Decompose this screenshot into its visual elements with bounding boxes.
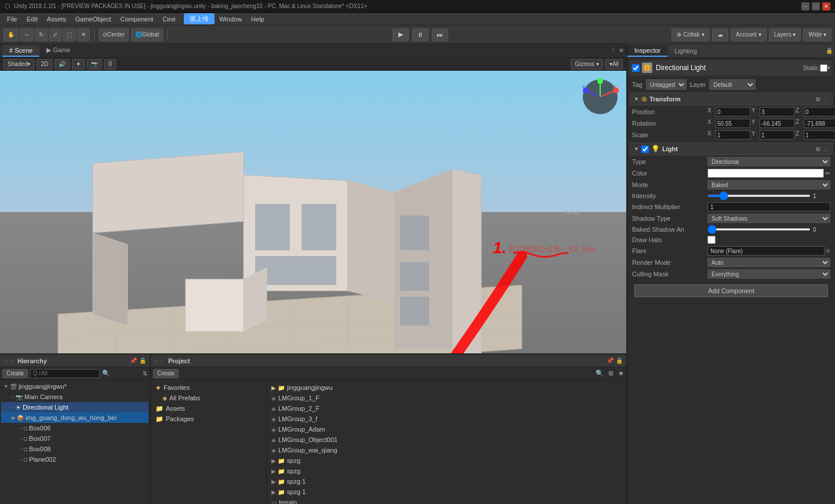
tab-lighting[interactable]: Lighting [667,46,704,56]
intensity-slider[interactable] [707,195,811,197]
tool-move[interactable]: ↔ [20,28,34,41]
static-checkbox[interactable] [820,64,827,72]
audio-button[interactable]: 🔊 [55,59,70,70]
project-favorites[interactable]: ★ Favorites [153,382,264,393]
close-button[interactable]: ✕ [822,2,830,10]
object-name-input[interactable] [656,64,800,72]
add-component-button[interactable]: Add Component [634,284,828,297]
project-file-spzg2[interactable]: ▶ 📁 spzg [269,466,624,476]
hierarchy-create-button[interactable]: Create [2,369,28,378]
light-settings-icon[interactable]: ⚙ [815,146,821,152]
hierarchy-item-box006[interactable]: – □ Box006 [1,423,148,433]
draw-halo-checkbox[interactable] [707,236,716,244]
viewport-close-icon[interactable]: ✕ [619,47,624,54]
layer-dropdown[interactable]: Default [709,79,756,90]
scale-z-input[interactable] [804,130,835,140]
project-pin-icon[interactable]: 📌 [607,357,613,364]
gizmos-dropdown[interactable]: Gizmos ▾ [571,59,603,70]
rotation-x-input[interactable] [716,119,750,128]
mode-2d-button[interactable]: 2D [37,59,52,70]
position-x-input[interactable] [716,107,750,116]
object-enabled-checkbox[interactable] [632,64,640,72]
transform-menu-icon[interactable]: ⋮ [823,96,829,103]
tool-hand[interactable]: ✋ [3,28,19,41]
baked-shadow-slider[interactable] [707,228,811,231]
camera-button[interactable]: 📷 [87,59,102,70]
layers-button[interactable]: Layers ▾ [769,28,801,41]
position-z-input[interactable] [804,107,835,116]
cloud-button[interactable]: ☁ [712,28,728,41]
effects-button[interactable]: ✦ [72,59,85,70]
project-file-terrain[interactable]: ▭ terrain [269,497,624,504]
all-dropdown[interactable]: ▾All [605,59,623,70]
tool-rect[interactable]: ⬚ [63,28,76,41]
layout-button[interactable]: Wide ▾ [803,28,832,41]
tab-scene[interactable]: # Scene [2,45,39,57]
viewport-menu-icon[interactable]: ⋮ [610,47,616,54]
menu-edit[interactable]: Edit [22,14,42,24]
light-header[interactable]: ▼ 💡 Light ⚙ ⋮ [630,143,833,155]
project-file-lmgroup2[interactable]: ◈ LMGroup_2_F [269,403,624,414]
scale-x-input[interactable] [716,130,750,140]
position-y-input[interactable] [760,107,794,116]
project-file-lmgroup3[interactable]: ◈ LMGroup_3_f [269,414,624,424]
project-star-icon[interactable]: ★ [618,370,624,377]
light-menu-icon[interactable]: ⋮ [823,146,829,152]
minimize-button[interactable]: ─ [801,2,809,10]
project-file-spzg1-1[interactable]: ▶ 📁 spzg 1 [269,476,624,487]
tool-transform[interactable]: ✕ [77,28,90,41]
flare-input[interactable] [707,246,825,255]
scene-gizmo[interactable]: X Y Z [580,76,620,117]
type-dropdown[interactable]: Directional [707,157,830,166]
project-file-jingguang[interactable]: ▶ 📁 jingguangjingwu [269,382,624,393]
collab-button[interactable]: ⊕ Collab ▾ [671,28,710,41]
rotation-y-input[interactable] [760,119,794,128]
shadow-type-dropdown[interactable]: Soft Shadows Hard Shadows No Shadows [707,214,830,223]
upload-button[interactable]: 拔上传 [184,13,215,24]
hierarchy-item-directional-light[interactable]: – ☀ Directional Light [1,402,148,412]
hierarchy-search-input[interactable] [30,369,100,378]
project-file-lmgroup-obj001[interactable]: ◈ LMGroup_Object001 [269,434,624,445]
project-file-spzg1-2[interactable]: ▶ 📁 spzg 1 [269,487,624,497]
project-create-button[interactable]: Create [153,369,179,378]
project-file-lmgroup1[interactable]: ◈ LMGroup_1_F [269,393,624,403]
pause-button[interactable]: ⏸ [412,28,429,41]
color-swatch[interactable] [707,169,824,178]
tool-rotate[interactable]: ↻ [35,28,48,41]
hierarchy-pin-icon[interactable]: 📌 [130,357,137,364]
menu-assets[interactable]: Assets [42,14,71,24]
culling-mask-dropdown[interactable]: Everything Nothing [707,269,830,279]
pivot-global-button[interactable]: 🌐 Global [131,28,163,41]
hierarchy-item-plane002[interactable]: – □ Plane002 [1,454,148,465]
transform-header[interactable]: ▼ ⊕ Transform ⚙ ⋮ [630,93,833,105]
menu-help[interactable]: Help [246,14,269,24]
menu-window[interactable]: Window [215,14,246,24]
project-file-spzg1[interactable]: ▶ 📁 spzg [269,455,624,466]
color-picker-icon[interactable]: ✏ [825,170,830,177]
step-button[interactable]: ⏭ [432,28,448,41]
menu-gameobject[interactable]: GameObject [71,14,116,24]
scale-y-input[interactable] [760,130,794,140]
tag-dropdown[interactable]: Untagged [646,79,687,90]
rotation-z-input[interactable] [804,119,835,128]
hierarchy-item-img-guang[interactable]: ▶ 📦 img_guang_dong_wu_hong_bei [1,412,148,423]
project-file-lmgroup-wai[interactable]: ◈ LMGroup_wai_qiang [269,445,624,455]
render-mode-dropdown[interactable]: Auto Important Not Important [707,258,830,267]
indirect-input[interactable] [707,202,830,211]
tab-inspector[interactable]: Inspector [627,45,667,57]
account-button[interactable]: Account ▾ [731,28,767,41]
shading-dropdown[interactable]: Shaded ▾ [3,59,34,70]
project-file-lmgroup-adam[interactable]: ◈ LMGroup_Adam [269,424,624,434]
menu-component[interactable]: Component [115,14,158,24]
pivot-center-button[interactable]: ⊙ Center [99,28,129,41]
menu-cine[interactable]: Ciné [158,14,180,24]
inspector-lock-icon[interactable]: 🔒 [823,48,835,54]
maximize-button[interactable]: □ [812,2,820,10]
project-lock-icon[interactable]: 🔒 [616,357,623,364]
layer-vis-btn[interactable]: 0 [104,59,116,70]
project-all-prefabs[interactable]: ◈ All Prefabs [153,393,264,403]
tab-game[interactable]: ▶ Game [39,45,77,57]
flare-pick-icon[interactable]: ⊙ [826,248,830,254]
mode-dropdown[interactable]: Baked Realtime Mixed [707,180,830,189]
hierarchy-sort-icon[interactable]: ⇅ [143,370,147,377]
